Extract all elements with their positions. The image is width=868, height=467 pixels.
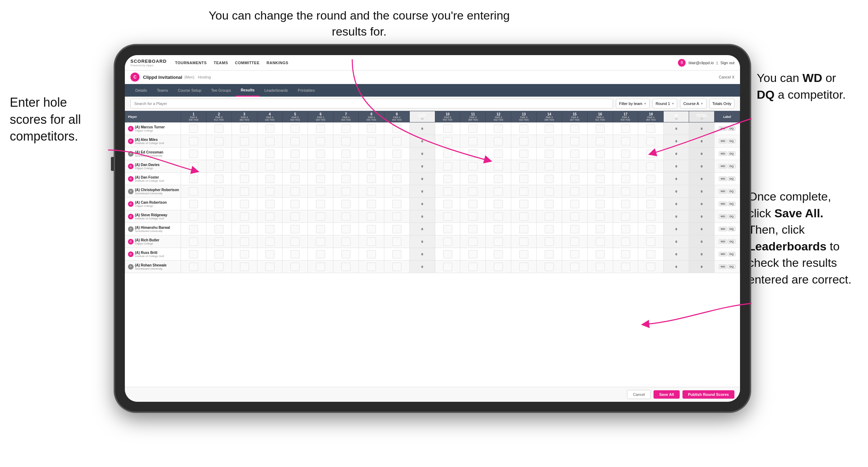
tab-leaderboards[interactable]: Leaderboards [259,84,293,97]
score-input-h12[interactable] [494,137,503,145]
score-input-h3[interactable] [240,225,249,233]
score-input-h3[interactable] [240,150,249,158]
score-input-h6[interactable] [316,125,325,133]
score-input-h5[interactable] [290,187,300,196]
dq-button[interactable]: DQ [728,189,735,194]
score-input-h17[interactable] [621,238,630,246]
score-input-h11[interactable] [468,212,477,221]
score-input-h12[interactable] [494,263,503,271]
score-input-h2[interactable] [214,263,224,271]
score-input-h7[interactable] [341,137,350,145]
score-input-h3[interactable] [240,162,249,171]
score-input-h11[interactable] [468,225,477,233]
score-input-h18[interactable] [646,162,655,171]
save-all-button[interactable]: Save All [654,390,679,399]
nav-teams[interactable]: TEAMS [214,61,228,65]
score-input-h12[interactable] [494,225,503,233]
score-input-h15[interactable] [570,175,579,183]
score-input-h10[interactable] [443,137,452,145]
score-input-h7[interactable] [341,225,350,233]
score-input-h17[interactable] [621,263,630,271]
score-input-h18[interactable] [646,125,655,133]
score-input-h16[interactable] [596,162,605,171]
score-input-h18[interactable] [646,200,655,208]
sign-out-link[interactable]: Sign out [720,61,734,65]
dq-button[interactable]: DQ [728,164,735,168]
score-input-h8[interactable] [367,150,376,158]
score-input-h17[interactable] [621,187,630,196]
score-input-h6[interactable] [316,250,325,258]
score-input-h4[interactable] [265,250,274,258]
score-input-h6[interactable] [316,200,325,208]
tab-teams[interactable]: Teams [152,84,173,97]
score-input-h7[interactable] [341,250,350,258]
score-input-h2[interactable] [214,175,224,183]
score-input-h11[interactable] [468,187,477,196]
score-input-h15[interactable] [570,250,579,258]
score-input-h6[interactable] [316,175,325,183]
score-input-h17[interactable] [621,137,630,145]
score-input-h4[interactable] [265,162,274,171]
score-input-h16[interactable] [596,250,605,258]
score-input-h2[interactable] [214,238,224,246]
score-input-h13[interactable] [519,137,528,145]
score-input-h7[interactable] [341,200,350,208]
score-input-h12[interactable] [494,175,503,183]
score-input-h13[interactable] [519,187,528,196]
score-input-h1[interactable] [189,225,198,233]
score-input-h11[interactable] [468,263,477,271]
score-input-h2[interactable] [214,162,224,171]
tab-course-setup[interactable]: Course Setup [173,84,206,97]
score-input-h14[interactable] [545,212,554,221]
score-input-h13[interactable] [519,250,528,258]
score-input-h3[interactable] [240,187,249,196]
score-input-h7[interactable] [341,125,350,133]
nav-committee[interactable]: COMMITTEE [235,61,260,65]
score-input-h1[interactable] [189,125,198,133]
score-input-h7[interactable] [341,187,350,196]
score-input-h5[interactable] [290,212,300,221]
score-input-h8[interactable] [367,212,376,221]
score-input-h11[interactable] [468,162,477,171]
score-input-h18[interactable] [646,187,655,196]
score-input-h15[interactable] [570,125,579,133]
score-input-h12[interactable] [494,200,503,208]
dq-button[interactable]: DQ [728,214,735,219]
round-dropdown[interactable]: Round 1 ▼ [652,99,678,108]
score-input-h17[interactable] [621,200,630,208]
score-input-h18[interactable] [646,238,655,246]
score-input-h10[interactable] [443,212,452,221]
score-input-h8[interactable] [367,250,376,258]
score-input-h4[interactable] [265,137,274,145]
score-input-h13[interactable] [519,212,528,221]
score-input-h10[interactable] [443,175,452,183]
score-input-h14[interactable] [545,150,554,158]
score-input-h12[interactable] [494,238,503,246]
score-input-h2[interactable] [214,250,224,258]
score-input-h14[interactable] [545,175,554,183]
score-input-h17[interactable] [621,162,630,171]
score-input-h2[interactable] [214,137,224,145]
score-input-h7[interactable] [341,175,350,183]
score-input-h15[interactable] [570,162,579,171]
score-input-h18[interactable] [646,150,655,158]
score-input-h18[interactable] [646,250,655,258]
score-input-h7[interactable] [341,162,350,171]
wd-button[interactable]: WD [719,264,727,269]
score-input-h8[interactable] [367,187,376,196]
score-input-h11[interactable] [468,150,477,158]
score-input-h12[interactable] [494,212,503,221]
score-input-h5[interactable] [290,137,300,145]
score-input-h5[interactable] [290,162,300,171]
score-input-h2[interactable] [214,150,224,158]
score-input-h18[interactable] [646,137,655,145]
score-input-h2[interactable] [214,187,224,196]
score-input-h8[interactable] [367,263,376,271]
score-input-h10[interactable] [443,263,452,271]
score-input-h14[interactable] [545,200,554,208]
dq-button[interactable]: DQ [728,126,735,131]
score-input-h15[interactable] [570,263,579,271]
score-input-h10[interactable] [443,162,452,171]
score-input-h13[interactable] [519,125,528,133]
score-input-h1[interactable] [189,200,198,208]
